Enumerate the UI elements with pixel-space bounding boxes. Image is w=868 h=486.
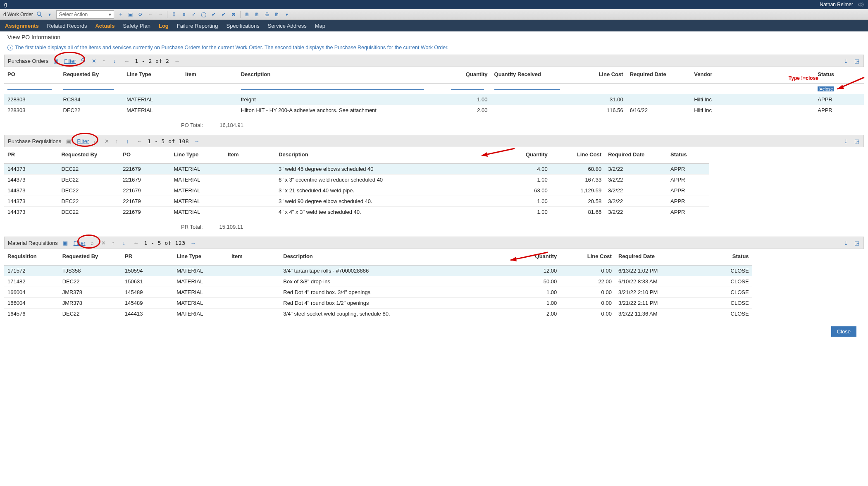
expand-icon[interactable]: ◲ xyxy=(854,138,860,144)
table-row[interactable]: 164576DEC22144413MATERIAL3/4" steel sock… xyxy=(4,309,752,319)
back-icon[interactable]: ← xyxy=(147,11,154,18)
download-icon[interactable]: ⤓ xyxy=(844,240,849,246)
col-item[interactable]: Item xyxy=(224,147,275,164)
sort-up-icon[interactable]: ↑ xyxy=(115,138,121,144)
bluetooth-icon[interactable]: ⁑ xyxy=(171,11,177,18)
table-row[interactable]: 144373DEC22221679MATERIAL3" weld 90 degr… xyxy=(4,196,709,207)
table-row[interactable]: 171482DEC22150631MATERIALBox of 3/8" dro… xyxy=(4,276,752,287)
search-icon[interactable] xyxy=(81,58,87,64)
col-line-type[interactable]: Line Type xyxy=(170,147,224,164)
table-row[interactable]: 144373DEC22221679MATERIAL3" x 21 schedul… xyxy=(4,185,709,196)
clear-filter-icon[interactable]: ✕ xyxy=(101,240,107,246)
table-row[interactable]: 166004JMR378145489MATERIALRed Dot 4" rou… xyxy=(4,298,752,309)
col-status[interactable]: Status xyxy=(667,147,709,164)
page-next-icon[interactable]: → xyxy=(194,138,200,144)
mr-filter-link[interactable]: Filter xyxy=(74,240,86,246)
tab-related-records[interactable]: Related Records xyxy=(47,23,87,29)
print-icon[interactable]: 🖶 xyxy=(264,11,270,18)
table-row[interactable]: 144373DEC22221679MATERIAL4" x 4" x 3" we… xyxy=(4,207,709,218)
col-description[interactable]: Description xyxy=(275,147,509,164)
filter-toggle-icon[interactable]: ▣ xyxy=(53,58,59,64)
help-icon[interactable]: ◯ xyxy=(200,11,207,18)
col-quantity-received[interactable]: Quantity Received xyxy=(491,67,571,84)
col-line-cost[interactable]: Line Cost xyxy=(551,147,605,164)
user-name[interactable]: Nathan Reimer xyxy=(820,2,853,7)
clear-filter-icon[interactable]: ✕ xyxy=(105,138,110,144)
clear-filter-icon[interactable]: ✕ xyxy=(92,58,98,64)
expand-icon[interactable]: ◲ xyxy=(854,240,860,246)
filter-input[interactable] xyxy=(241,88,424,90)
col-item[interactable]: Item xyxy=(182,67,238,84)
col-pr[interactable]: PR xyxy=(122,249,173,266)
page-next-icon[interactable]: → xyxy=(190,240,196,246)
tab-safety-plan[interactable]: Safety Plan xyxy=(123,23,150,29)
status-filter-value[interactable]: !=close xyxy=(818,86,834,91)
cancel-icon[interactable]: ✖ xyxy=(230,11,237,18)
table-row[interactable]: 228303RCS34MATERIALfreight1.0031.00Hilti… xyxy=(4,94,864,105)
approve-icon[interactable]: ✔ xyxy=(210,11,217,18)
select-action-dropdown[interactable]: Select Action ▾ xyxy=(56,10,114,19)
page-prev-icon[interactable]: ← xyxy=(134,240,139,246)
col-po[interactable]: PO xyxy=(4,67,60,84)
tab-log[interactable]: Log xyxy=(159,23,169,29)
col-required-date[interactable]: Required Date xyxy=(627,67,691,84)
table-row[interactable]: 228303DEC22MATERIALHilton HIT - HY 200-A… xyxy=(4,105,864,116)
refresh-icon[interactable]: ⟳ xyxy=(137,11,144,18)
forward-icon[interactable]: → xyxy=(157,11,164,18)
table-row[interactable]: 171572TJS358150594MATERIAL3/4" tartan ta… xyxy=(4,266,752,276)
tab-specifications[interactable]: Specifications xyxy=(226,23,259,29)
sort-up-icon[interactable]: ↑ xyxy=(112,240,118,246)
page-next-icon[interactable]: → xyxy=(174,58,180,64)
pr-filter-link[interactable]: Filter xyxy=(77,138,89,144)
tab-actuals[interactable]: Actuals xyxy=(95,23,114,29)
col-requested-by[interactable]: Requested By xyxy=(58,147,119,164)
filter-input[interactable] xyxy=(494,88,560,90)
table-row[interactable]: 144373DEC22221679MATERIAL3" weld 45 degr… xyxy=(4,164,709,175)
sort-down-icon[interactable]: ↓ xyxy=(113,58,119,64)
col-description[interactable]: Description xyxy=(238,67,448,84)
col-required-date[interactable]: Required Date xyxy=(605,147,667,164)
find-icon[interactable] xyxy=(36,11,43,18)
chevron-down-icon[interactable]: ▾ xyxy=(46,11,53,18)
expand-icon[interactable]: ◲ xyxy=(854,58,860,64)
po-filter-link[interactable]: Filter xyxy=(64,58,76,64)
sort-down-icon[interactable]: ↓ xyxy=(126,138,132,144)
col-po[interactable]: PO xyxy=(119,147,170,164)
col-quantity[interactable]: Quantity xyxy=(448,67,491,84)
col-quantity[interactable]: Quantity xyxy=(509,147,551,164)
complete-icon[interactable]: ✔ xyxy=(220,11,227,18)
download-icon[interactable]: ⤓ xyxy=(844,138,849,144)
sort-up-icon[interactable]: ↑ xyxy=(103,58,108,64)
table-row[interactable]: 166004JMR378145489MATERIALRed Dot 4" rou… xyxy=(4,287,752,298)
filter-input[interactable] xyxy=(451,88,484,90)
filter-input[interactable] xyxy=(7,88,52,90)
download-icon[interactable]: ⤓ xyxy=(844,58,849,64)
search-icon[interactable]: ⌕ xyxy=(91,240,96,246)
col-item[interactable]: Item xyxy=(228,249,280,266)
filter-toggle-icon[interactable]: ▣ xyxy=(66,138,72,144)
close-button[interactable]: Close xyxy=(831,326,856,337)
page-prev-icon[interactable]: ← xyxy=(124,58,130,64)
col-line-cost[interactable]: Line Cost xyxy=(560,249,615,266)
tab-service-address[interactable]: Service Address xyxy=(268,23,307,29)
table-row[interactable]: 144373DEC22221679MATERIAL6" x 3" eccentr… xyxy=(4,175,709,185)
tab-failure-reporting[interactable]: Failure Reporting xyxy=(177,23,218,29)
col-required-date[interactable]: Required Date xyxy=(615,249,703,266)
col-quantity[interactable]: Quantity xyxy=(517,249,560,266)
col-requested-by[interactable]: Requested By xyxy=(60,67,124,84)
check-icon[interactable]: ✓ xyxy=(191,11,197,18)
doc2-icon[interactable]: 🗎 xyxy=(254,11,260,18)
col-requisition[interactable]: Requisition xyxy=(4,249,59,266)
list-icon[interactable]: ≡ xyxy=(181,11,187,18)
doc1-icon[interactable]: 🗎 xyxy=(244,11,250,18)
col-description[interactable]: Description xyxy=(280,249,517,266)
sound-icon[interactable] xyxy=(858,2,864,7)
sort-down-icon[interactable]: ↓ xyxy=(123,240,129,246)
filter-input[interactable] xyxy=(63,88,114,90)
chevron-down-icon[interactable]: ▾ xyxy=(284,11,290,18)
page-prev-icon[interactable]: ← xyxy=(137,138,143,144)
col-requested-by[interactable]: Requested By xyxy=(59,249,122,266)
col-status[interactable]: Status xyxy=(814,67,864,84)
col-status[interactable]: Status xyxy=(703,249,752,266)
col-line-cost[interactable]: Line Cost xyxy=(571,67,627,84)
